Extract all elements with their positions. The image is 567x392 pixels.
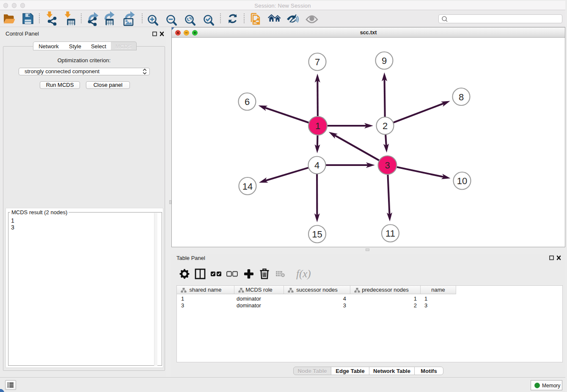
- svg-text:9: 9: [382, 55, 387, 66]
- svg-text:2: 2: [383, 121, 388, 131]
- svg-text:4: 4: [314, 160, 319, 171]
- svg-text:f(x): f(x): [296, 268, 311, 280]
- svg-text:7: 7: [315, 57, 320, 67]
- svg-text:1: 1: [315, 121, 320, 131]
- svg-text:3: 3: [385, 160, 390, 171]
- svg-text:11: 11: [385, 228, 395, 239]
- svg-text:10: 10: [457, 176, 467, 186]
- svg-text:6: 6: [245, 97, 250, 107]
- svg-text:15: 15: [312, 229, 322, 240]
- svg-text:8: 8: [459, 92, 464, 102]
- svg-text:14: 14: [242, 181, 253, 192]
